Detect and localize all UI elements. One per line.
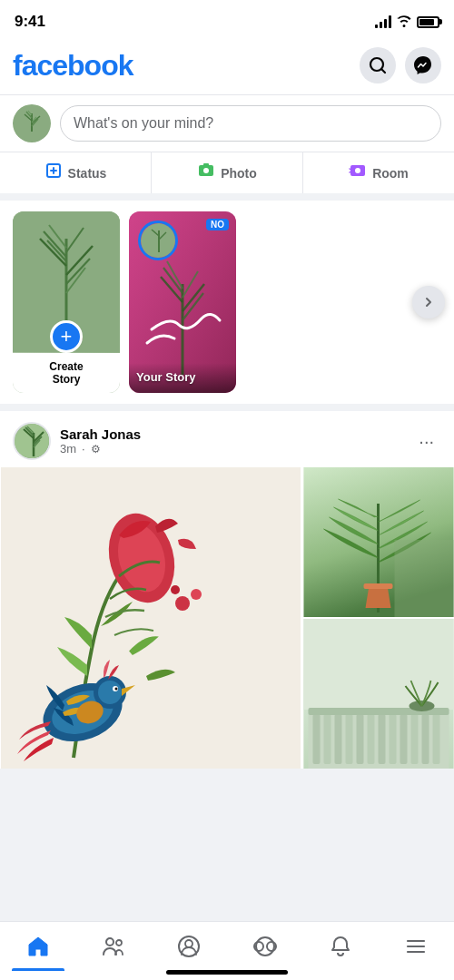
nav-friends[interactable] [87,931,140,962]
svg-point-85 [116,940,122,946]
app-logo: facebook [13,49,133,83]
status-bar: 9:41 [0,0,454,40]
signal-icon [375,15,391,28]
nav-notifications[interactable] [314,931,367,962]
watch-icon [253,935,277,958]
separator: · [82,442,85,456]
svg-rect-80 [422,714,429,764]
privacy-icon[interactable]: ⚙ [91,443,101,456]
svg-point-54 [98,681,122,704]
svg-point-59 [191,589,202,600]
nav-home[interactable] [12,931,64,962]
svg-rect-74 [357,714,364,764]
create-post-bar: What's on your mind? [0,94,454,152]
stories-row: + Create Story [13,211,441,393]
status-time: 9:41 [15,13,45,31]
stories-section: + Create Story [0,201,454,404]
radiator-photo [303,619,454,769]
svg-rect-76 [379,714,386,764]
profile-icon [177,935,201,958]
bell-icon [329,935,352,958]
messenger-button[interactable] [405,47,441,83]
post-avatar-plant [15,424,51,460]
svg-rect-77 [390,714,397,764]
status-button[interactable]: Status [0,152,152,193]
nav-active-indicator [12,968,64,971]
wifi-icon [397,15,411,30]
search-icon [369,56,387,74]
room-icon [349,162,367,184]
nav-menu[interactable] [390,931,442,962]
svg-rect-64 [364,583,393,589]
more-options-button[interactable]: ··· [411,427,441,456]
create-story-label: Create Story [13,353,120,393]
post-time: 3m [60,442,76,456]
edit-icon [44,162,63,184]
post-user-info: Sarah Jonas 3m · ⚙ [13,422,141,460]
story-avatar [141,223,177,260]
scroll-indicator[interactable] [412,286,445,318]
nav-watch[interactable] [239,931,291,962]
post-metadata: 3m · ⚙ [60,442,141,456]
no-badge: NO [206,219,229,230]
svg-rect-65 [395,540,454,617]
svg-point-58 [175,596,190,611]
svg-rect-70 [313,714,321,764]
svg-rect-72 [335,714,342,764]
svg-point-87 [185,940,192,947]
svg-point-15 [355,168,360,173]
svg-point-12 [203,168,209,173]
plant-photo [303,467,454,617]
post-input[interactable]: What's on your mind? [60,105,441,142]
header-actions [360,47,441,83]
post-image-plant[interactable] [303,467,454,617]
post-user-avatar[interactable] [13,422,51,460]
your-story-card[interactable]: NO Your Story [129,211,236,393]
photo-icon [197,162,215,184]
svg-point-56 [115,688,118,691]
svg-rect-68 [304,619,454,710]
room-button[interactable]: Room [303,152,454,193]
svg-rect-81 [433,714,440,764]
svg-rect-78 [400,714,408,764]
svg-rect-13 [203,163,209,166]
battery-icon [417,16,439,28]
post-header: Sarah Jonas 3m · ⚙ ··· [0,411,454,467]
story-avatar-ring [138,220,178,260]
svg-point-84 [106,938,114,946]
folk-art-image [0,467,301,769]
svg-rect-79 [411,714,419,764]
svg-point-60 [171,585,180,594]
post-images-grid [0,467,454,769]
status-icons [375,15,439,30]
post-user-name[interactable]: Sarah Jonas [60,426,141,442]
friends-icon [102,935,125,958]
svg-rect-75 [368,714,375,764]
search-button[interactable] [360,47,396,83]
home-indicator [166,970,288,975]
home-icon [26,935,50,958]
nav-profile[interactable] [163,931,215,962]
photo-button[interactable]: Photo [152,152,303,193]
post-image-radiator[interactable] [303,619,454,769]
svg-rect-71 [324,714,331,764]
menu-icon [404,935,428,958]
messenger-icon [413,55,433,75]
your-story-label: Your Story [136,370,229,384]
header: facebook [0,40,454,94]
svg-line-1 [381,69,385,73]
create-story-plus[interactable]: + [50,320,83,353]
user-avatar-plant [13,104,51,142]
post-image-main[interactable] [0,467,301,769]
chevron-right-icon [421,295,436,309]
svg-point-88 [256,937,274,956]
create-story-card[interactable]: + Create Story [13,211,120,393]
post-card: Sarah Jonas 3m · ⚙ ··· [0,411,454,769]
post-user-details: Sarah Jonas 3m · ⚙ [60,426,141,456]
svg-rect-73 [346,714,353,764]
user-avatar-small [13,104,51,142]
action-row: Status Photo Room [0,152,454,201]
